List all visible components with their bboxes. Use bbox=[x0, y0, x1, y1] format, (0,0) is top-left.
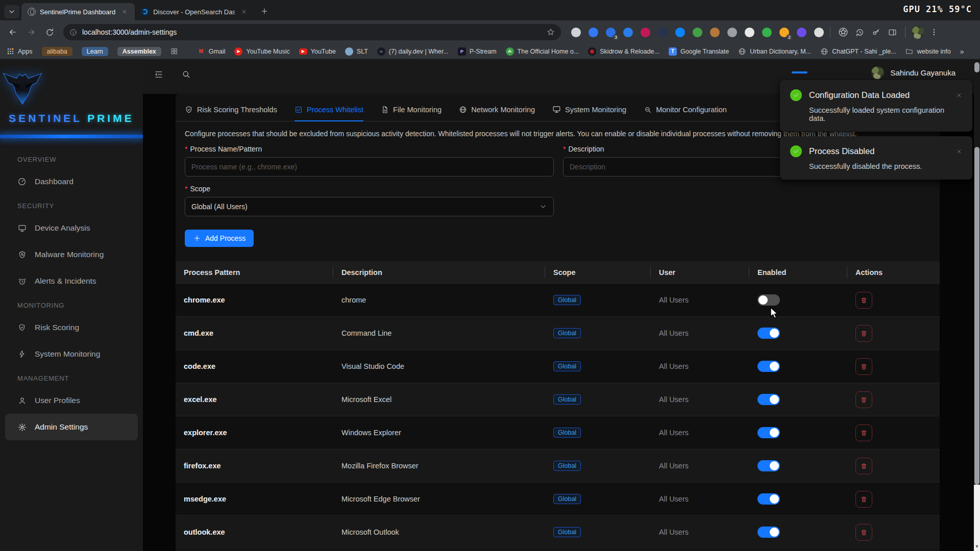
extension-15-icon[interactable] bbox=[814, 28, 824, 37]
enabled-toggle[interactable] bbox=[757, 394, 780, 405]
sidebar-item-system-monitoring[interactable]: System Monitoring bbox=[5, 341, 138, 367]
new-tab-button[interactable] bbox=[257, 4, 272, 18]
bookmark-item[interactable]: ▶YouTube Music bbox=[234, 47, 289, 56]
bookmark-item[interactable] bbox=[170, 47, 179, 56]
tab-search-button[interactable] bbox=[4, 5, 19, 18]
sidebar-item-malware-monitoring[interactable]: Malware Monitoring bbox=[5, 241, 138, 268]
site-info-icon[interactable] bbox=[69, 29, 77, 36]
toast-close-button[interactable] bbox=[956, 148, 962, 155]
extension-2-icon[interactable] bbox=[589, 28, 598, 37]
tab-close-button[interactable] bbox=[119, 8, 130, 16]
bookmark-item[interactable]: ☘The Official Home o... bbox=[506, 47, 579, 56]
sidebar-item-dashboard[interactable]: Dashboard bbox=[5, 168, 138, 195]
bookmark-item[interactable]: TGoogle Translate bbox=[669, 47, 729, 56]
reload-button[interactable] bbox=[42, 24, 57, 40]
back-icon bbox=[8, 28, 17, 37]
bookmark-star-icon[interactable] bbox=[547, 28, 555, 36]
enabled-toggle[interactable] bbox=[757, 493, 780, 505]
extension-11-icon[interactable] bbox=[745, 28, 754, 37]
extension-3-icon[interactable]: 3 bbox=[606, 28, 616, 37]
extension-13-icon[interactable]: 2 bbox=[779, 28, 789, 37]
sidebar-item-admin-settings[interactable]: Admin Settings bbox=[5, 414, 138, 440]
sidebar: SENTINELPRIME OVERVIEWDashboardSECURITYD… bbox=[0, 59, 143, 551]
sidebar-collapse-button[interactable] bbox=[154, 70, 163, 79]
bookmark-item[interactable]: PP-Stream bbox=[458, 47, 497, 56]
tab-network-monitoring[interactable]: Network Monitoring bbox=[459, 98, 535, 121]
extension-9-icon[interactable] bbox=[710, 28, 720, 37]
sidebar-item-device-analysis[interactable]: Device Analysis bbox=[5, 215, 138, 241]
delete-button[interactable] bbox=[855, 325, 872, 342]
bookmark-item[interactable]: Learn bbox=[82, 47, 108, 56]
bookmark-item[interactable]: SLT bbox=[345, 47, 368, 56]
tab-close-button[interactable] bbox=[239, 8, 249, 16]
user-menu[interactable]: Sahindu Gayanuka bbox=[871, 66, 955, 79]
extension-6-icon[interactable] bbox=[658, 28, 668, 37]
scrollbar-thumb[interactable] bbox=[974, 147, 979, 485]
back-button[interactable] bbox=[5, 24, 20, 40]
delete-button[interactable] bbox=[855, 292, 872, 309]
extension-14-icon[interactable] bbox=[797, 28, 806, 37]
delete-button[interactable] bbox=[855, 391, 872, 408]
history-button[interactable] bbox=[853, 26, 866, 39]
sidebar-item-alerts-incidents[interactable]: Alerts & Incidents bbox=[5, 268, 138, 294]
toast-close-button[interactable] bbox=[956, 92, 962, 98]
enabled-toggle[interactable] bbox=[757, 427, 780, 438]
search-button[interactable] bbox=[182, 70, 190, 79]
enabled-toggle[interactable] bbox=[757, 460, 780, 471]
add-process-button[interactable]: Add Process bbox=[185, 230, 254, 247]
extension-1-icon[interactable] bbox=[571, 28, 581, 37]
table-rows: chrome.exechromeGlobalAll Userscmd.exeCo… bbox=[176, 283, 940, 548]
tab-risk-scoring-thresholds[interactable]: Risk Scoring Thresholds bbox=[185, 98, 277, 121]
extension-10-icon[interactable] bbox=[727, 28, 737, 37]
history-icon bbox=[855, 28, 864, 37]
delete-button[interactable] bbox=[855, 458, 872, 474]
tab-system-monitoring[interactable]: System Monitoring bbox=[552, 98, 626, 121]
user-avatar bbox=[871, 66, 884, 79]
enabled-toggle[interactable] bbox=[757, 361, 780, 372]
bookmark-item[interactable]: website info bbox=[905, 47, 951, 56]
bookmark-item[interactable]: alibaba bbox=[42, 47, 72, 56]
bookmark-item[interactable]: ChatGPT - Sahi _ple... bbox=[820, 47, 896, 56]
browser-profile-avatar[interactable] bbox=[912, 26, 924, 39]
side-panel-button[interactable] bbox=[886, 26, 899, 39]
browser-tab-2[interactable]: Discover - OpenSearch Dashbo bbox=[135, 3, 254, 20]
extension-4-icon[interactable] bbox=[623, 28, 633, 37]
tab-label: Network Monitoring bbox=[471, 106, 535, 114]
sidebar-item-user-profiles[interactable]: User Profiles bbox=[5, 387, 138, 414]
sidebar-item-risk-scoring[interactable]: Risk Scoring bbox=[5, 314, 138, 341]
delete-button[interactable] bbox=[855, 491, 872, 508]
favorites-badge-button[interactable] bbox=[837, 26, 850, 39]
browser-tab-1[interactable]: SentinelPrime Dashboard bbox=[21, 3, 135, 20]
cell-process-pattern: cmd.exe bbox=[176, 329, 333, 337]
browser-menu-button[interactable] bbox=[927, 26, 941, 39]
enabled-toggle[interactable] bbox=[757, 294, 780, 306]
tab-file-monitoring[interactable]: File Monitoring bbox=[381, 98, 442, 121]
bookmark-item[interactable]: » bbox=[960, 47, 964, 56]
bookmark-item[interactable]: Urban Dictionary, M... bbox=[738, 47, 811, 56]
forward-button[interactable] bbox=[23, 24, 39, 40]
page-scrollbar[interactable]: ▼ bbox=[974, 59, 980, 551]
extension-12-icon[interactable] bbox=[762, 28, 772, 37]
extension-8-icon[interactable] bbox=[693, 28, 702, 37]
enabled-toggle[interactable] bbox=[757, 527, 780, 538]
bookmark-item[interactable]: Assemblex bbox=[117, 47, 161, 56]
column-header-label: Enabled bbox=[757, 268, 786, 277]
enabled-toggle[interactable] bbox=[757, 328, 780, 339]
delete-button[interactable] bbox=[855, 424, 872, 441]
url-bar[interactable]: localhost:3000/admin-settings bbox=[63, 24, 561, 40]
bookmark-item[interactable]: MGmail bbox=[197, 47, 226, 56]
extension-5-icon[interactable] bbox=[641, 28, 650, 37]
delete-button[interactable] bbox=[855, 358, 872, 375]
bookmark-item[interactable]: ‹›(7) daily.dev | Wher... bbox=[377, 47, 449, 56]
delete-button[interactable] bbox=[855, 524, 872, 541]
bookmark-item[interactable]: Apps bbox=[6, 47, 33, 56]
extension-7-icon[interactable] bbox=[675, 28, 685, 37]
tab-process-whitelist[interactable]: Process Whitelist bbox=[295, 98, 363, 121]
tab-monitor-configuration[interactable]: Monitor Configuration bbox=[644, 98, 727, 121]
bookmark-item[interactable]: ▶YouTube bbox=[299, 48, 336, 55]
scope-select[interactable]: Global (All Users) bbox=[185, 197, 554, 216]
alarm-icon bbox=[17, 277, 27, 286]
bookmark-item[interactable]: Skidrow & Reloade... bbox=[588, 47, 659, 56]
process-name-input[interactable] bbox=[185, 157, 554, 177]
passwords-button[interactable] bbox=[869, 26, 883, 39]
